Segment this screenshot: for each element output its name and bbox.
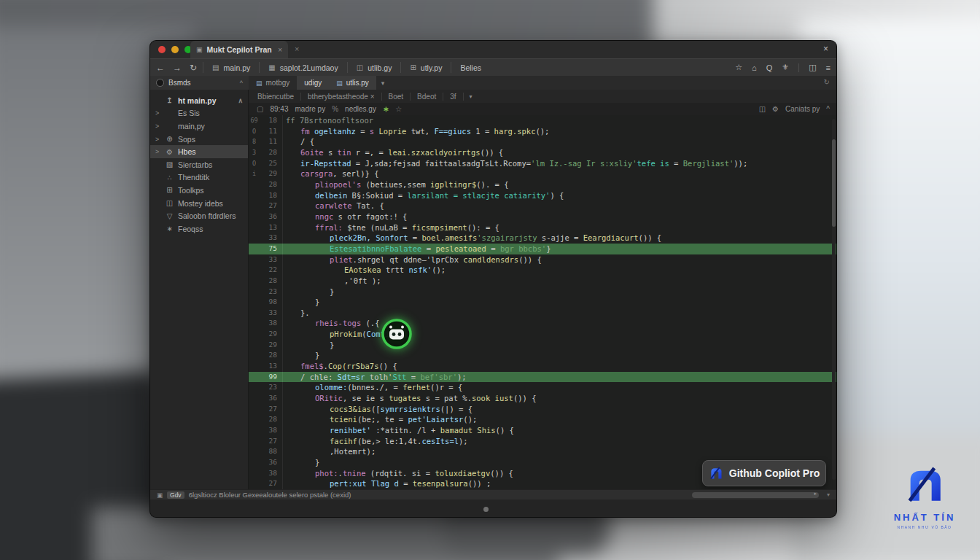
badge-icon[interactable]: ⚜ [782, 63, 789, 72]
code-line[interactable]: 28} [249, 350, 837, 361]
code-line[interactable]: 75EstesatibnnoFbalatee = pesleatoaed = b… [249, 244, 837, 254]
chevron-down-icon[interactable]: ▾ [827, 491, 830, 498]
sidebar-item-main-py[interactable]: >main,py [150, 120, 248, 133]
code-line[interactable]: 18delbein B§:Sokiud = larsilant = stlacj… [249, 190, 837, 201]
copilot-pro-badge[interactable]: Github Copliot Pro [702, 460, 826, 486]
code-line[interactable]: 23olomme:(bnnes./, = ferhet()r = { [249, 382, 837, 393]
gutter-mark: 3 [249, 147, 260, 158]
toolbar-item-3[interactable]: ◫utlib.gy [347, 62, 401, 73]
copilot-spark-icon[interactable]: ∗ [383, 105, 389, 113]
code-line[interactable]: 6918ff 7Bsrtonoofltsoor [249, 115, 837, 126]
code-line[interactable]: 13fmel$.Cop(rrSba7s() { [249, 361, 837, 372]
scrollbar-thumb[interactable] [832, 139, 836, 227]
breadcrumb-item[interactable]: Bdeot [411, 93, 443, 101]
sidebar-item-ht-main-py[interactable]: ↥ht main.py∧ [150, 94, 248, 107]
split-editor-icon[interactable]: ◫ [759, 105, 766, 113]
code-line[interactable]: 28pliopoel's (betiues,ssem igpltingr$().… [249, 179, 837, 190]
breadcrumb-item[interactable]: Boet [382, 93, 411, 101]
search-icon[interactable]: Q [766, 63, 773, 72]
panel-icon[interactable]: ◫ [809, 63, 816, 72]
chevron-up-icon[interactable]: ^ [826, 105, 830, 113]
vertical-scrollbar[interactable] [832, 119, 836, 480]
forward-icon[interactable]: → [173, 63, 182, 73]
sidebar-item-toolkps[interactable]: ⊞Toolkps [150, 184, 248, 197]
code-line[interactable]: 36nngc s otr fagot:! { [249, 211, 837, 222]
chevron-up-icon[interactable]: ^ [240, 79, 243, 87]
sidebar-item-sierctarbs[interactable]: ▨Sierctarbs [150, 158, 248, 171]
tab-close-icon[interactable]: × [278, 46, 282, 54]
code-line[interactable]: 33pliet.shrgel qt ddne—'lprCbx candldens… [249, 254, 837, 265]
code-line[interactable]: 27facihf(be,> le:1,4t.cesIts=l); [249, 436, 837, 447]
file-name-2[interactable]: nedles.gy [345, 105, 376, 113]
toolbar-item-4[interactable]: ⊞utly.py [400, 62, 451, 73]
code-line[interactable]: 99/ chle: Sdt=sr tolh'Stt = bef'sbr'); [249, 372, 837, 383]
horizontal-scrollbar[interactable]: ▸ [692, 492, 819, 498]
toolbar-item-5[interactable]: Belies [451, 62, 490, 73]
editor-tab-udigy[interactable]: udigy [297, 76, 329, 90]
code-line[interactable]: 811/ { [249, 136, 837, 147]
gutter-mark [249, 372, 260, 383]
code-text: ,Hotemrt); [282, 446, 837, 457]
code-text: / { [282, 136, 837, 147]
chevron-down-icon[interactable]: ▾ [376, 79, 390, 87]
code-line[interactable]: 98} [249, 297, 837, 308]
code-text: 6oite s tin r =, = leai.szxacldyoirrtgs(… [282, 147, 837, 158]
copilot-robot-icon[interactable] [380, 317, 413, 351]
home-icon[interactable]: ⌂ [752, 63, 757, 72]
sidebar-item-feoqss[interactable]: ∗Feoqss [150, 222, 248, 236]
star-icon[interactable]: ☆ [735, 63, 742, 72]
sidebar-item-hbes[interactable]: >⚙Hbes [150, 145, 248, 158]
minimize-light-icon[interactable] [171, 46, 179, 53]
browser-tab[interactable]: ▣ Mukt Cepilot Pran × [190, 41, 288, 58]
menu-icon[interactable]: ≡ [826, 63, 831, 72]
ghost-tab-close-icon[interactable]: × [295, 44, 299, 53]
code-line[interactable]: 28,'0ft ); [249, 276, 837, 287]
breadcrumb-item[interactable]: 3f [443, 93, 463, 101]
code-line[interactable]: 38rheis-togs (.{ [249, 318, 837, 329]
breadcrumb-item[interactable]: btherybetastheode × [301, 93, 381, 101]
code-line[interactable]: 33}. [249, 308, 837, 319]
line-number: 28 [260, 414, 282, 425]
star-icon[interactable]: ☆ [395, 105, 402, 113]
code-line[interactable]: 29} [249, 340, 837, 351]
code-line[interactable]: 23} [249, 287, 837, 298]
window-close-icon[interactable]: × [823, 44, 828, 54]
status-bar: ▣ Gdv 6lgsltiocz Bloleur Gexeealoutele s… [150, 489, 836, 499]
code-line[interactable]: 27cocs3&ias([symrrsienktrs(|) = { [249, 404, 837, 415]
toolbar-item-1[interactable]: ▤main.py [203, 62, 259, 73]
scroll-right-icon[interactable]: ▸ [814, 491, 817, 497]
cursor-position: 89:43 [270, 105, 288, 113]
code-line[interactable]: 36ORitic, se ie s tugates s = pat %.sook… [249, 393, 837, 404]
sidebar-header[interactable]: Bsmds ^ [150, 76, 249, 90]
sidebar-item-thendtitk[interactable]: ∴Thendtitk [150, 171, 248, 184]
code-line[interactable]: i29carsgra, serl)} { [249, 168, 837, 179]
code-line[interactable]: 3286oite s tin r =, = leai.szxacldyoirrt… [249, 147, 837, 158]
chevron-down-icon[interactable]: ▾ [464, 93, 472, 100]
back-icon[interactable]: ← [156, 63, 165, 73]
code-line[interactable]: 88,Hotemrt); [249, 446, 837, 457]
breadcrumb-item[interactable]: Bbiencutbe [257, 93, 301, 101]
toolbar-item-2[interactable]: ▦saplot.2Lumdaoy [259, 62, 346, 73]
code-line[interactable]: O11fm ogeltanhz = s Loprie twt, F==giucs… [249, 126, 837, 137]
code-line[interactable]: 27carwlete Tat. { [249, 201, 837, 211]
reload-icon[interactable]: ↻ [190, 63, 197, 73]
code-line[interactable]: 38renihbet' :*atitn. /l + bamadut Shis()… [249, 425, 837, 436]
sidebar-item-mostey-idebs[interactable]: ◫Mostey idebs [150, 197, 248, 210]
editor-tab-utlispy[interactable]: ▤utlis.py [329, 76, 376, 90]
item-icon: ∗ [165, 225, 174, 233]
sidebar-item-sops[interactable]: >⊕Sops [150, 133, 248, 146]
code-line[interactable]: 33pleck2Bn, Sonfort = boel.amesifs'szgai… [249, 233, 837, 244]
file-name-1[interactable]: madre py [295, 105, 325, 113]
code-line[interactable]: 22EAotskea trtt nsfk'(); [249, 265, 837, 276]
sidebar-item-saloobn-ftdrdlers[interactable]: ▽Saloobn ftdrdlers [150, 209, 248, 222]
code-line[interactable]: 13ffral: $tne (nuLaB = ficsmpsiment(): =… [249, 222, 837, 233]
gear-icon[interactable]: ⚙ [772, 105, 779, 113]
refresh-icon[interactable]: ↻ [824, 78, 830, 86]
editor-tab-motbgy[interactable]: ▤motbgy [249, 76, 297, 90]
sidebar-item-es-sis[interactable]: >Es Sis [150, 107, 248, 120]
code-line[interactable]: O25ir-Repsttad = J,sda;fejsad faittaalsa… [249, 158, 837, 169]
status-icon[interactable]: ▣ [157, 491, 163, 499]
code-line[interactable]: 29pHrokim(Comfie..); [249, 329, 837, 340]
close-light-icon[interactable] [158, 46, 166, 53]
code-line[interactable]: 28tcieni(be;, te = pet'Laiartsr(); [249, 414, 837, 425]
